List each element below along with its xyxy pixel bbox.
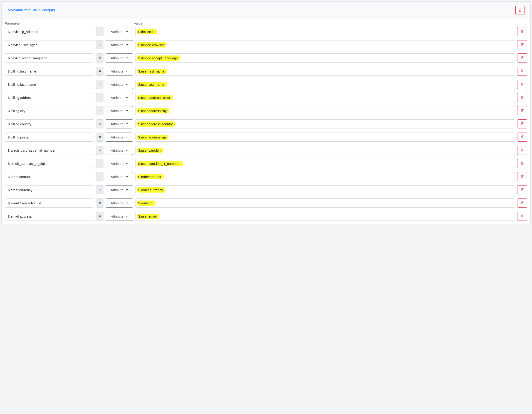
chevron-down-icon [126, 97, 128, 98]
parameter-input[interactable] [5, 106, 94, 115]
delete-row-button[interactable] [517, 27, 527, 36]
attribute-dropdown[interactable]: Attribute: [106, 146, 133, 155]
parameter-row: =Attribute:$.device.ip [5, 27, 527, 36]
value-text: $.order.currency [138, 188, 163, 192]
attribute-dropdown-label: Attribute: [111, 109, 124, 113]
parameter-input[interactable] [5, 119, 94, 128]
parameter-row: =Attribute:$.user.first_name [5, 67, 527, 76]
trash-icon [521, 148, 524, 152]
delete-row-button[interactable] [517, 119, 527, 128]
chevron-down-icon [126, 123, 128, 125]
delete-row-button[interactable] [517, 172, 527, 181]
parameter-input[interactable] [5, 53, 94, 63]
value-text: $.device.accept_language [138, 56, 178, 60]
chevron-down-icon [126, 71, 128, 72]
equals-label: = [96, 198, 104, 207]
value-cell[interactable]: $.user.first_name [135, 67, 515, 76]
delete-row-button[interactable] [517, 106, 527, 115]
value-cell[interactable]: $.order.amount [135, 172, 515, 181]
equals-label: = [96, 172, 104, 181]
attribute-dropdown[interactable]: Attribute: [106, 40, 133, 49]
value-cell[interactable]: $.user.address.city [135, 106, 515, 115]
value-cell[interactable]: $.device.ip [135, 27, 515, 36]
parameter-row: =Attribute:$.device.accept_language [5, 53, 527, 63]
parameter-input[interactable] [5, 185, 94, 194]
attribute-dropdown[interactable]: Attribute: [106, 53, 133, 63]
parameter-input[interactable] [5, 93, 94, 102]
attribute-dropdown-label: Attribute: [111, 149, 124, 152]
attribute-dropdown[interactable]: Attribute: [106, 80, 133, 89]
delete-row-button[interactable] [517, 40, 527, 49]
value-cell[interactable]: $.user.address.country [135, 119, 515, 128]
attribute-dropdown[interactable]: Attribute: [106, 119, 133, 128]
chevron-down-icon [126, 189, 128, 190]
trash-icon [521, 82, 524, 86]
parameter-input[interactable] [5, 67, 94, 76]
value-cell[interactable]: $.user.address.street [135, 93, 515, 102]
chevron-down-icon [126, 44, 128, 46]
parameter-input[interactable] [5, 27, 94, 36]
value-cell[interactable]: $.device.accept_language [135, 53, 515, 63]
delete-row-button[interactable] [517, 80, 527, 89]
delete-row-button[interactable] [517, 146, 527, 155]
trash-icon [521, 161, 524, 166]
parameter-row: =Attribute:$.order.id [5, 198, 527, 207]
trash-icon [521, 29, 524, 34]
parameter-input[interactable] [5, 146, 94, 155]
value-cell[interactable]: $.user.card.last_4_numbers [135, 159, 515, 168]
attribute-dropdown[interactable]: Attribute: [106, 132, 133, 142]
value-cell[interactable]: $.order.currency [135, 185, 515, 194]
delete-row-button[interactable] [517, 67, 527, 76]
delete-row-button[interactable] [517, 159, 527, 168]
delete-row-button[interactable] [517, 93, 527, 102]
attribute-dropdown[interactable]: Attribute: [106, 172, 133, 181]
chevron-down-icon [126, 163, 128, 164]
chevron-down-icon [126, 150, 128, 151]
delete-row-button[interactable] [517, 185, 527, 194]
attribute-dropdown[interactable]: Attribute: [106, 212, 133, 221]
parameter-input[interactable] [5, 40, 94, 49]
value-cell[interactable]: $.order.id [135, 198, 515, 207]
parameter-input[interactable] [5, 159, 94, 168]
value-cell[interactable]: $.user.email [135, 212, 515, 221]
parameter-input[interactable] [5, 80, 94, 89]
trash-icon [521, 69, 524, 73]
value-cell[interactable]: $.user.card.bin [135, 146, 515, 155]
header-parameter: Parameter [5, 21, 96, 25]
delete-row-button[interactable] [517, 198, 527, 207]
parameter-row: =Attribute:$.user.card.bin [5, 146, 527, 155]
parameter-input[interactable] [5, 172, 94, 181]
chevron-down-icon [126, 216, 128, 217]
attribute-dropdown-label: Attribute: [111, 135, 124, 139]
parameter-input[interactable] [5, 198, 94, 207]
delete-row-button[interactable] [517, 53, 527, 63]
attribute-dropdown[interactable]: Attribute: [106, 27, 133, 36]
attribute-dropdown[interactable]: Attribute: [106, 106, 133, 115]
attribute-dropdown[interactable]: Attribute: [106, 185, 133, 194]
delete-row-button[interactable] [517, 132, 527, 142]
value-cell[interactable]: $.user.address.zip [135, 132, 515, 142]
equals-label: = [96, 212, 104, 221]
trash-icon [521, 214, 524, 218]
attribute-dropdown[interactable]: Attribute: [106, 67, 133, 76]
value-text: $.user.last_name [138, 83, 165, 86]
parameter-input[interactable] [5, 132, 94, 142]
delete-panel-button[interactable] [515, 6, 524, 15]
value-text: $.device.browser [138, 43, 164, 47]
attribute-dropdown[interactable]: Attribute: [106, 159, 133, 168]
attribute-dropdown-label: Attribute: [111, 162, 124, 166]
parameter-row: =Attribute:$.user.address.city [5, 106, 527, 115]
attribute-dropdown-label: Attribute: [111, 188, 124, 192]
attribute-dropdown[interactable]: Attribute: [106, 93, 133, 102]
trash-icon [521, 175, 524, 179]
delete-row-button[interactable] [517, 212, 527, 221]
value-text: $.order.amount [138, 175, 162, 179]
panel-title[interactable]: Maxmind minFraud Insights [8, 8, 55, 12]
trash-icon [521, 109, 524, 113]
value-text: $.user.email [138, 214, 157, 218]
attribute-dropdown[interactable]: Attribute: [106, 198, 133, 207]
chevron-down-icon [126, 31, 128, 32]
value-cell[interactable]: $.device.browser [135, 40, 515, 49]
value-cell[interactable]: $.user.last_name [135, 80, 515, 89]
parameter-input[interactable] [5, 212, 94, 221]
